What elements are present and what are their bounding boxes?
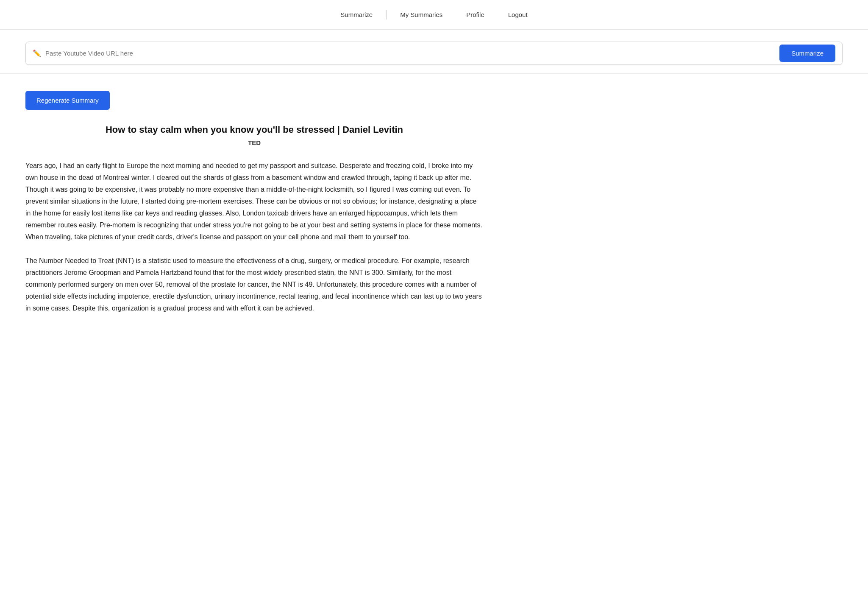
- nav-profile[interactable]: Profile: [454, 8, 496, 22]
- video-channel: TED: [25, 139, 483, 146]
- navbar: Summarize My Summaries Profile Logout: [0, 0, 868, 30]
- url-section: ✏️ Summarize: [0, 30, 868, 74]
- video-title: How to stay calm when you know you'll be…: [25, 123, 483, 137]
- nav-my-summaries[interactable]: My Summaries: [388, 8, 454, 22]
- nav-summarize[interactable]: Summarize: [328, 8, 384, 22]
- url-input[interactable]: [45, 42, 774, 64]
- summary-paragraph-2: The Number Needed to Treat (NNT) is a st…: [25, 255, 483, 314]
- url-input-container: ✏️ Summarize: [25, 42, 843, 65]
- nav-divider: [386, 10, 387, 20]
- nav-items: Summarize My Summaries Profile Logout: [328, 8, 539, 22]
- summary-paragraph-1: Years ago, I had an early flight to Euro…: [25, 160, 483, 243]
- regenerate-button[interactable]: Regenerate Summary: [25, 91, 110, 110]
- main-content: Regenerate Summary How to stay calm when…: [0, 74, 509, 343]
- pencil-icon: ✏️: [33, 49, 41, 57]
- nav-logout[interactable]: Logout: [496, 8, 540, 22]
- summarize-button[interactable]: Summarize: [779, 45, 835, 62]
